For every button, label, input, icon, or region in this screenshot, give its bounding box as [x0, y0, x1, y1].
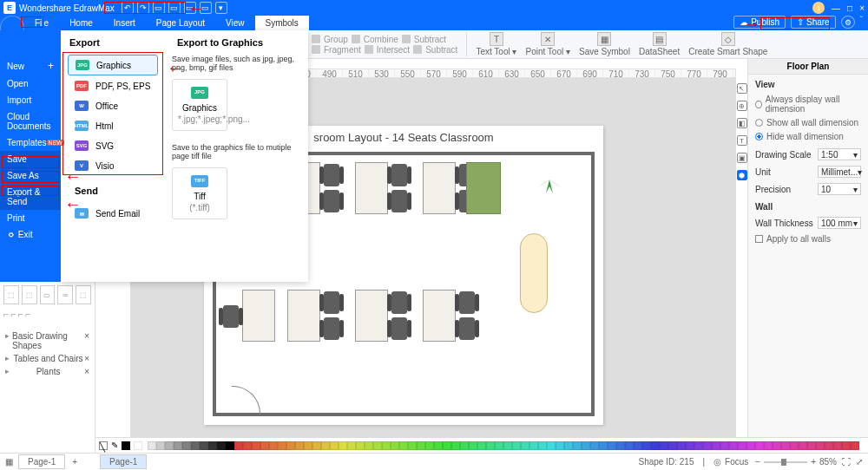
qat-layout1-icon[interactable]: ▭	[153, 2, 165, 14]
color-swatch[interactable]	[217, 441, 226, 450]
color-swatch[interactable]	[538, 441, 547, 450]
maximize-icon[interactable]: □	[847, 3, 852, 13]
color-swatch[interactable]	[208, 441, 217, 450]
color-swatch[interactable]	[156, 441, 165, 450]
zoom-tool-icon[interactable]: ⊕	[737, 101, 747, 111]
color-swatch[interactable]	[443, 441, 451, 450]
desk[interactable]	[423, 290, 477, 342]
color-swatch[interactable]	[408, 441, 417, 450]
qat-layout2-icon[interactable]: ▭	[168, 2, 181, 14]
color-swatch[interactable]	[764, 441, 773, 450]
file-menu-new[interactable]: New+	[0, 56, 61, 75]
color-swatch[interactable]	[269, 441, 278, 450]
color-swatch[interactable]	[677, 441, 686, 450]
color-swatch[interactable]	[712, 441, 720, 450]
color-swatch[interactable]	[312, 441, 321, 450]
desk[interactable]	[355, 290, 409, 342]
chair-thumbnails[interactable]: ⌐⌐⌐⌐	[3, 309, 91, 324]
color-swatch[interactable]	[382, 441, 391, 450]
format-pdf-ps-eps[interactable]: PDFPDF, PS, EPS	[68, 76, 158, 95]
color-swatch[interactable]	[243, 441, 252, 450]
color-swatch[interactable]	[503, 441, 512, 450]
file-menu-save-as[interactable]: Save As	[0, 167, 61, 184]
format-office[interactable]: WOffice	[68, 96, 158, 115]
close-icon[interactable]: ×	[859, 3, 865, 13]
smart-shape-button[interactable]: ◇Create Smart Shape	[685, 32, 771, 56]
text-tool-button[interactable]: TText Tool ▾	[472, 32, 520, 56]
file-menu-save[interactable]: Save	[0, 151, 61, 167]
color-swatch[interactable]	[851, 441, 859, 450]
color-swatch[interactable]	[391, 441, 399, 450]
color-swatch[interactable]	[304, 441, 312, 450]
no-fill-icon[interactable]: ╲	[99, 441, 108, 450]
pointer-tool-icon[interactable]: ↖	[737, 83, 747, 94]
color-swatch[interactable]	[833, 441, 842, 450]
pages-icon[interactable]: ▦	[5, 457, 13, 467]
color-swatch[interactable]	[564, 441, 573, 450]
color-swatch[interactable]	[373, 441, 382, 450]
color-swatch[interactable]	[226, 441, 234, 450]
file-menu-templates[interactable]: TemplatesNEW	[0, 134, 61, 151]
fullscreen-icon[interactable]: ⤢	[856, 457, 863, 467]
color-swatch[interactable]	[634, 441, 642, 450]
color-swatch[interactable]	[582, 441, 590, 450]
color-swatch[interactable]	[660, 441, 668, 450]
color-swatch[interactable]	[755, 441, 764, 450]
color-swatch[interactable]	[339, 441, 347, 450]
desk[interactable]	[287, 290, 341, 342]
color-swatch[interactable]	[807, 441, 816, 450]
option-hide[interactable]: Hide wall dimension	[755, 132, 861, 141]
floor-plan-tool-icon[interactable]: ⬢	[737, 170, 747, 180]
color-swatch[interactable]	[347, 441, 356, 450]
color-swatch[interactable]	[590, 441, 599, 450]
file-menu-open[interactable]: Open	[0, 75, 61, 92]
focus-icon[interactable]: ◎	[713, 457, 721, 467]
color-swatch[interactable]	[252, 441, 260, 450]
color-swatch[interactable]	[799, 441, 807, 450]
color-swatch[interactable]	[495, 441, 503, 450]
wall-thickness-input[interactable]: 100 mm▾	[818, 217, 861, 229]
point-tool-button[interactable]: ✕Point Tool ▾	[522, 32, 574, 56]
datasheet-button[interactable]: ▤DataSheet	[635, 32, 683, 56]
desk[interactable]	[221, 290, 275, 342]
fill-tool-icon[interactable]: ◧	[737, 118, 747, 128]
color-swatch[interactable]	[469, 441, 477, 450]
file-menu-import[interactable]: Import	[0, 92, 61, 108]
zoom-in-icon[interactable]: +	[811, 457, 816, 467]
eyedropper-icon[interactable]: ✎	[111, 441, 118, 450]
precision-input[interactable]: 10▾	[818, 183, 861, 195]
option-show-all[interactable]: Show all wall dimension	[755, 118, 861, 127]
format-svg[interactable]: SVGSVG	[68, 136, 158, 155]
file-menu-print[interactable]: Print	[0, 210, 61, 226]
file-menu-export-&-send[interactable]: Export & Send	[0, 184, 61, 210]
color-swatch[interactable]	[651, 441, 660, 450]
color-swatch[interactable]	[686, 441, 694, 450]
color-swatch[interactable]	[573, 441, 582, 450]
tab-symbols[interactable]: Symbols	[255, 16, 309, 30]
color-swatch[interactable]	[825, 441, 833, 450]
tab-file[interactable]: File	[24, 16, 59, 30]
door[interactable]	[232, 387, 260, 415]
add-page-icon[interactable]: +	[72, 457, 77, 467]
color-swatch[interactable]	[773, 441, 781, 450]
color-swatch[interactable]	[365, 441, 373, 450]
color-swatch[interactable]	[477, 441, 486, 450]
color-swatch[interactable]	[234, 441, 243, 450]
color-swatch[interactable]	[321, 441, 330, 450]
color-swatch[interactable]	[616, 441, 625, 450]
plant[interactable]	[534, 164, 565, 195]
color-swatch[interactable]	[512, 441, 521, 450]
format-visio[interactable]: VVisio	[68, 156, 158, 175]
color-swatch[interactable]	[608, 441, 616, 450]
page-tab[interactable]: Page-1	[18, 454, 65, 469]
color-swatch[interactable]	[425, 441, 434, 450]
drawing-scale-input[interactable]: 1:50▾	[818, 148, 861, 160]
file-menu-cloud-documents[interactable]: Cloud Documents	[0, 108, 61, 134]
image-tool-icon[interactable]: ▣	[737, 153, 747, 163]
tab-page-layout[interactable]: Page Layout	[146, 16, 215, 30]
qat-layout3-icon[interactable]: ▭	[184, 2, 196, 14]
color-swatch[interactable]	[260, 441, 269, 450]
color-swatch[interactable]	[842, 441, 851, 450]
qat-undo-icon[interactable]: ↶	[122, 2, 134, 14]
send-email-button[interactable]: ✉Send Email	[69, 203, 161, 224]
